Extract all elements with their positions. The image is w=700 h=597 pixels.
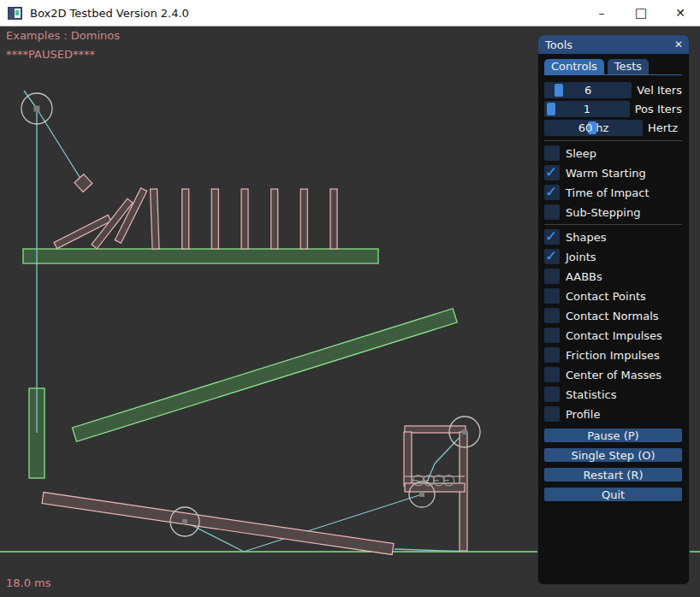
check-icon: ✓ bbox=[545, 163, 557, 180]
joint-anchors bbox=[34, 106, 468, 525]
tools-panel: Tools ✕ Controls Tests 6Vel Iters1Pos It… bbox=[537, 34, 690, 585]
pos-iters-slider-row: 1Pos Iters bbox=[544, 101, 682, 117]
inclined-ramp bbox=[72, 309, 457, 442]
check-icon: ✓ bbox=[545, 183, 557, 200]
profile-checkbox[interactable] bbox=[544, 406, 560, 422]
contact-normals-row: Contact Normals bbox=[544, 308, 682, 323]
profile-row: Profile bbox=[544, 406, 682, 422]
dominos-platform bbox=[23, 249, 378, 263]
aabbs-label: AABBs bbox=[566, 270, 602, 283]
contact-impulses-row: Contact Impulses bbox=[544, 328, 682, 343]
app-icon bbox=[8, 7, 22, 20]
example-name-label: Examples : Dominos bbox=[6, 29, 120, 42]
vel-iters-slider[interactable]: 6 bbox=[544, 82, 632, 98]
center-of-masses-label: Center of Masses bbox=[566, 369, 661, 381]
contact-impulses-label: Contact Impulses bbox=[566, 329, 662, 342]
frame-time-label: 18.0 ms bbox=[6, 576, 51, 589]
paused-status-label: ****PAUSED**** bbox=[6, 48, 95, 61]
friction-impulses-row: Friction Impulses bbox=[544, 347, 682, 363]
friction-impulses-checkbox[interactable] bbox=[544, 347, 560, 363]
pos-iters-slider-value: 1 bbox=[544, 101, 630, 117]
statistics-checkbox[interactable] bbox=[544, 387, 560, 402]
window-titlebar: Box2D Testbed Version 2.4.0 – □ ✕ bbox=[0, 0, 700, 27]
sleep-checkbox[interactable] bbox=[544, 145, 560, 161]
tab-tests[interactable]: Tests bbox=[608, 59, 649, 74]
close-button[interactable]: ✕ bbox=[661, 0, 700, 26]
check-icon: ✓ bbox=[545, 228, 557, 245]
tab-controls[interactable]: Controls bbox=[544, 59, 604, 74]
quit-button[interactable]: Quit bbox=[544, 488, 682, 501]
standing-dominos[interactable] bbox=[151, 189, 337, 249]
pos-iters-slider[interactable]: 1 bbox=[544, 101, 630, 117]
contact-normals-checkbox[interactable] bbox=[544, 308, 560, 323]
statistics-row: Statistics bbox=[544, 387, 682, 402]
sub-stepping-checkbox[interactable] bbox=[544, 204, 560, 220]
separator bbox=[544, 140, 682, 141]
contact-points-label: Contact Points bbox=[566, 290, 646, 303]
separator bbox=[544, 224, 682, 225]
center-of-masses-checkbox[interactable] bbox=[544, 367, 560, 382]
contact-points-row: Contact Points bbox=[544, 288, 682, 304]
sub-stepping-row: Sub-Stepping bbox=[544, 204, 682, 220]
hertz-slider-row: 60 hzHertz bbox=[544, 120, 682, 136]
tilting-plank[interactable] bbox=[42, 493, 394, 555]
sub-stepping-label: Sub-Stepping bbox=[566, 206, 640, 219]
pos-iters-label: Pos Iters bbox=[635, 103, 682, 115]
single-step-o-button[interactable]: Single Step (O) bbox=[544, 448, 682, 462]
hertz-slider-value: 60 hz bbox=[544, 120, 643, 136]
warm-starting-row: ✓Warm Starting bbox=[544, 165, 682, 180]
vel-iters-slider-row: 6Vel Iters bbox=[544, 82, 682, 98]
shapes-checkbox[interactable]: ✓ bbox=[544, 229, 560, 245]
pendulum-bob-box[interactable] bbox=[74, 174, 92, 192]
joints-checkbox[interactable]: ✓ bbox=[544, 249, 560, 264]
contact-impulses-checkbox[interactable] bbox=[544, 328, 560, 343]
vel-iters-slider-value: 6 bbox=[544, 82, 632, 98]
sleep-label: Sleep bbox=[566, 147, 596, 160]
joints-label: Joints bbox=[566, 251, 596, 263]
profile-label: Profile bbox=[566, 408, 600, 421]
aabbs-row: AABBs bbox=[544, 269, 682, 284]
friction-impulses-label: Friction Impulses bbox=[566, 349, 660, 362]
joint-lines bbox=[24, 91, 465, 552]
shapes-row: ✓Shapes bbox=[544, 229, 682, 245]
pause-p-button[interactable]: Pause (P) bbox=[544, 429, 682, 442]
statistics-label: Statistics bbox=[566, 388, 616, 401]
tools-panel-titlebar[interactable]: Tools ✕ bbox=[538, 35, 689, 54]
joints-row: ✓Joints bbox=[544, 249, 682, 264]
check-icon: ✓ bbox=[545, 247, 557, 264]
maximize-button[interactable]: □ bbox=[621, 0, 661, 26]
time-of-impact-label: Time of Impact bbox=[566, 186, 650, 199]
tabbar: Controls Tests bbox=[544, 59, 682, 75]
time-of-impact-row: ✓Time of Impact bbox=[544, 185, 682, 200]
time-of-impact-checkbox[interactable]: ✓ bbox=[544, 185, 560, 200]
window-title: Box2D Testbed Version 2.4.0 bbox=[30, 7, 189, 20]
contact-normals-label: Contact Normals bbox=[566, 310, 659, 322]
restart-r-button[interactable]: Restart (R) bbox=[544, 468, 682, 482]
shapes-label: Shapes bbox=[566, 231, 606, 244]
panel-close-icon[interactable]: ✕ bbox=[674, 38, 683, 50]
minimize-button[interactable]: – bbox=[582, 0, 621, 26]
sleep-row: Sleep bbox=[544, 145, 682, 161]
hertz-slider[interactable]: 60 hz bbox=[544, 120, 643, 136]
center-of-masses-row: Center of Masses bbox=[544, 367, 682, 382]
vel-iters-label: Vel Iters bbox=[637, 84, 682, 97]
tools-panel-title: Tools bbox=[545, 38, 572, 51]
contact-points-checkbox[interactable] bbox=[544, 288, 560, 304]
warm-starting-checkbox[interactable]: ✓ bbox=[544, 165, 560, 180]
warm-starting-label: Warm Starting bbox=[566, 167, 646, 180]
cradle-frame[interactable] bbox=[404, 426, 467, 551]
hertz-label: Hertz bbox=[648, 121, 678, 134]
aabbs-checkbox[interactable] bbox=[544, 269, 560, 284]
